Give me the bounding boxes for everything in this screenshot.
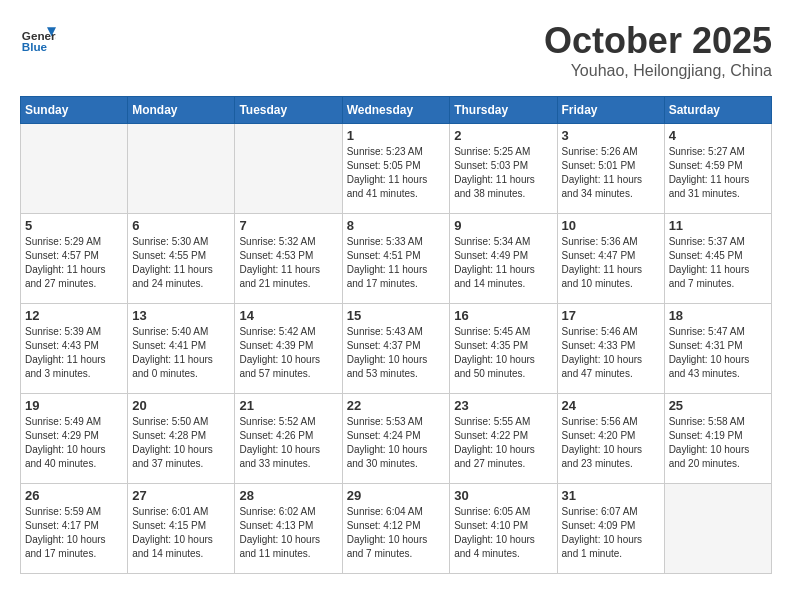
calendar-day: 30Sunrise: 6:05 AMSunset: 4:10 PMDayligh… [450,484,557,574]
day-number: 27 [132,488,230,503]
calendar-day: 1Sunrise: 5:23 AMSunset: 5:05 PMDaylight… [342,124,450,214]
calendar-day: 23Sunrise: 5:55 AMSunset: 4:22 PMDayligh… [450,394,557,484]
day-number: 31 [562,488,660,503]
calendar-day: 19Sunrise: 5:49 AMSunset: 4:29 PMDayligh… [21,394,128,484]
calendar-week-4: 19Sunrise: 5:49 AMSunset: 4:29 PMDayligh… [21,394,772,484]
day-number: 13 [132,308,230,323]
day-info: Sunrise: 5:32 AMSunset: 4:53 PMDaylight:… [239,235,337,291]
calendar-day: 13Sunrise: 5:40 AMSunset: 4:41 PMDayligh… [128,304,235,394]
calendar-day: 20Sunrise: 5:50 AMSunset: 4:28 PMDayligh… [128,394,235,484]
day-number: 6 [132,218,230,233]
day-number: 10 [562,218,660,233]
location: Youhao, Heilongjiang, China [544,62,772,80]
calendar-week-2: 5Sunrise: 5:29 AMSunset: 4:57 PMDaylight… [21,214,772,304]
day-number: 8 [347,218,446,233]
calendar-day: 2Sunrise: 5:25 AMSunset: 5:03 PMDaylight… [450,124,557,214]
day-info: Sunrise: 5:43 AMSunset: 4:37 PMDaylight:… [347,325,446,381]
day-info: Sunrise: 5:29 AMSunset: 4:57 PMDaylight:… [25,235,123,291]
day-number: 30 [454,488,552,503]
svg-text:Blue: Blue [22,40,48,53]
calendar-day: 25Sunrise: 5:58 AMSunset: 4:19 PMDayligh… [664,394,771,484]
day-number: 28 [239,488,337,503]
day-info: Sunrise: 5:42 AMSunset: 4:39 PMDaylight:… [239,325,337,381]
day-info: Sunrise: 5:36 AMSunset: 4:47 PMDaylight:… [562,235,660,291]
day-info: Sunrise: 6:02 AMSunset: 4:13 PMDaylight:… [239,505,337,561]
day-info: Sunrise: 5:50 AMSunset: 4:28 PMDaylight:… [132,415,230,471]
calendar-day: 27Sunrise: 6:01 AMSunset: 4:15 PMDayligh… [128,484,235,574]
day-info: Sunrise: 5:45 AMSunset: 4:35 PMDaylight:… [454,325,552,381]
day-number: 20 [132,398,230,413]
day-number: 12 [25,308,123,323]
day-info: Sunrise: 6:07 AMSunset: 4:09 PMDaylight:… [562,505,660,561]
logo: General Blue [20,20,56,56]
day-info: Sunrise: 6:04 AMSunset: 4:12 PMDaylight:… [347,505,446,561]
calendar-table: SundayMondayTuesdayWednesdayThursdayFrid… [20,96,772,574]
calendar-day: 7Sunrise: 5:32 AMSunset: 4:53 PMDaylight… [235,214,342,304]
calendar-day: 18Sunrise: 5:47 AMSunset: 4:31 PMDayligh… [664,304,771,394]
calendar-week-5: 26Sunrise: 5:59 AMSunset: 4:17 PMDayligh… [21,484,772,574]
day-number: 11 [669,218,767,233]
day-info: Sunrise: 5:52 AMSunset: 4:26 PMDaylight:… [239,415,337,471]
calendar-day: 28Sunrise: 6:02 AMSunset: 4:13 PMDayligh… [235,484,342,574]
day-info: Sunrise: 5:25 AMSunset: 5:03 PMDaylight:… [454,145,552,201]
weekday-header-saturday: Saturday [664,97,771,124]
calendar-day: 26Sunrise: 5:59 AMSunset: 4:17 PMDayligh… [21,484,128,574]
month-title: October 2025 [544,20,772,62]
weekday-header-wednesday: Wednesday [342,97,450,124]
day-number: 5 [25,218,123,233]
calendar-day [21,124,128,214]
day-info: Sunrise: 5:27 AMSunset: 4:59 PMDaylight:… [669,145,767,201]
day-number: 23 [454,398,552,413]
weekday-header-monday: Monday [128,97,235,124]
day-info: Sunrise: 6:01 AMSunset: 4:15 PMDaylight:… [132,505,230,561]
weekday-header-friday: Friday [557,97,664,124]
calendar-day: 4Sunrise: 5:27 AMSunset: 4:59 PMDaylight… [664,124,771,214]
calendar-day: 17Sunrise: 5:46 AMSunset: 4:33 PMDayligh… [557,304,664,394]
calendar-week-1: 1Sunrise: 5:23 AMSunset: 5:05 PMDaylight… [21,124,772,214]
calendar-week-3: 12Sunrise: 5:39 AMSunset: 4:43 PMDayligh… [21,304,772,394]
day-number: 16 [454,308,552,323]
calendar-day: 15Sunrise: 5:43 AMSunset: 4:37 PMDayligh… [342,304,450,394]
day-info: Sunrise: 5:58 AMSunset: 4:19 PMDaylight:… [669,415,767,471]
calendar-day: 14Sunrise: 5:42 AMSunset: 4:39 PMDayligh… [235,304,342,394]
day-info: Sunrise: 5:59 AMSunset: 4:17 PMDaylight:… [25,505,123,561]
calendar-day: 3Sunrise: 5:26 AMSunset: 5:01 PMDaylight… [557,124,664,214]
weekday-header-thursday: Thursday [450,97,557,124]
logo-icon: General Blue [20,20,56,56]
calendar-day [235,124,342,214]
day-number: 22 [347,398,446,413]
calendar-day: 6Sunrise: 5:30 AMSunset: 4:55 PMDaylight… [128,214,235,304]
day-number: 7 [239,218,337,233]
day-number: 21 [239,398,337,413]
calendar-day: 24Sunrise: 5:56 AMSunset: 4:20 PMDayligh… [557,394,664,484]
calendar-day [664,484,771,574]
day-number: 26 [25,488,123,503]
calendar-day: 12Sunrise: 5:39 AMSunset: 4:43 PMDayligh… [21,304,128,394]
day-number: 19 [25,398,123,413]
calendar-day [128,124,235,214]
calendar-day: 10Sunrise: 5:36 AMSunset: 4:47 PMDayligh… [557,214,664,304]
day-info: Sunrise: 5:55 AMSunset: 4:22 PMDaylight:… [454,415,552,471]
day-info: Sunrise: 5:46 AMSunset: 4:33 PMDaylight:… [562,325,660,381]
day-info: Sunrise: 5:40 AMSunset: 4:41 PMDaylight:… [132,325,230,381]
day-number: 14 [239,308,337,323]
weekday-header-sunday: Sunday [21,97,128,124]
calendar-day: 16Sunrise: 5:45 AMSunset: 4:35 PMDayligh… [450,304,557,394]
day-number: 4 [669,128,767,143]
calendar-day: 21Sunrise: 5:52 AMSunset: 4:26 PMDayligh… [235,394,342,484]
calendar-day: 29Sunrise: 6:04 AMSunset: 4:12 PMDayligh… [342,484,450,574]
day-info: Sunrise: 6:05 AMSunset: 4:10 PMDaylight:… [454,505,552,561]
title-block: October 2025 Youhao, Heilongjiang, China [544,20,772,80]
day-info: Sunrise: 5:56 AMSunset: 4:20 PMDaylight:… [562,415,660,471]
day-number: 3 [562,128,660,143]
day-number: 29 [347,488,446,503]
day-number: 15 [347,308,446,323]
day-info: Sunrise: 5:47 AMSunset: 4:31 PMDaylight:… [669,325,767,381]
calendar-day: 5Sunrise: 5:29 AMSunset: 4:57 PMDaylight… [21,214,128,304]
day-number: 17 [562,308,660,323]
day-info: Sunrise: 5:37 AMSunset: 4:45 PMDaylight:… [669,235,767,291]
weekday-header-tuesday: Tuesday [235,97,342,124]
day-info: Sunrise: 5:34 AMSunset: 4:49 PMDaylight:… [454,235,552,291]
calendar-day: 9Sunrise: 5:34 AMSunset: 4:49 PMDaylight… [450,214,557,304]
calendar-day: 22Sunrise: 5:53 AMSunset: 4:24 PMDayligh… [342,394,450,484]
